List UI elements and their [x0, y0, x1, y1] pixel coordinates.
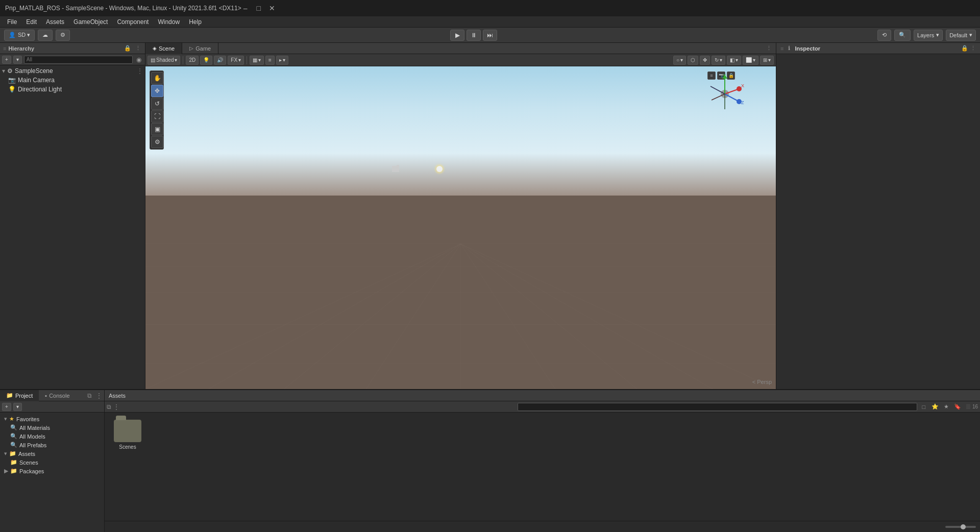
- tool-hand[interactable]: ✋: [151, 72, 163, 84]
- project-favorites-section[interactable]: ▾ ★ Favorites: [0, 415, 104, 423]
- scenes-folder-icon: 📁: [10, 459, 17, 466]
- scene-3d-viewport[interactable]: ✋ ✥ ↺ ⛶ ▣ ⚙ ≡ 📷 🔒: [145, 66, 776, 389]
- assets-title: Assets: [109, 393, 126, 399]
- maximize-button[interactable]: □: [255, 4, 263, 12]
- project-scenes-folder[interactable]: 📁 Scenes: [0, 458, 104, 467]
- scene-audio-btn[interactable]: 🔊: [214, 56, 226, 65]
- tab-scene[interactable]: ◈ Scene: [145, 43, 182, 54]
- scene-shaded-btn[interactable]: ▤ Shaded ▾: [148, 56, 180, 65]
- project-add-button[interactable]: +: [2, 403, 11, 411]
- menu-assets[interactable]: Assets: [42, 17, 68, 27]
- project-packages-section[interactable]: ▶ 📁 Packages: [0, 467, 104, 475]
- minimize-button[interactable]: –: [241, 4, 250, 12]
- project-all-materials[interactable]: 🔍 All Materials: [0, 423, 104, 432]
- menu-component[interactable]: Component: [113, 17, 153, 27]
- project-more-icon[interactable]: ⋮: [94, 392, 104, 399]
- fx-label: FX: [231, 57, 237, 63]
- project-all-models[interactable]: 🔍 All Models: [0, 432, 104, 441]
- hierarchy-item-directional-light[interactable]: 💡 Directional Light: [0, 85, 145, 94]
- scene-light-btn[interactable]: 💡: [200, 56, 212, 65]
- play-button[interactable]: ▶: [450, 30, 464, 41]
- menu-help[interactable]: Help: [185, 17, 206, 27]
- hierarchy-lock-icon[interactable]: 🔒: [124, 44, 132, 53]
- tool-move[interactable]: ✥: [151, 85, 163, 97]
- scene-move-btn[interactable]: ✥: [700, 56, 710, 65]
- shaded-label: Shaded: [156, 57, 174, 63]
- tool-scale[interactable]: ⛶: [151, 110, 163, 123]
- default-label: Default: [949, 32, 967, 38]
- assets-tag-icon[interactable]: 🔖: [953, 402, 962, 412]
- hierarchy-more-icon[interactable]: ⋮: [134, 44, 142, 53]
- hierarchy-title: Hierarchy: [8, 45, 121, 52]
- inspector-content: [776, 54, 980, 389]
- tool-rect[interactable]: ▣: [151, 123, 163, 135]
- assets-zoom-slider[interactable]: [945, 526, 976, 528]
- project-expand-btn[interactable]: ▾: [13, 403, 22, 411]
- scene-perspective-btn[interactable]: ⬡: [688, 56, 698, 65]
- scene-rotate-tool-btn[interactable]: ↻ ▾: [712, 56, 725, 65]
- scene-fx-btn[interactable]: FX ▾: [228, 56, 244, 65]
- step-button[interactable]: ⏭: [483, 30, 497, 41]
- hierarchy-item-main-camera[interactable]: 📷 Main Camera: [0, 76, 145, 85]
- menu-gameobject[interactable]: GameObject: [69, 17, 112, 27]
- menu-window[interactable]: Window: [154, 17, 184, 27]
- asset-scenes-folder[interactable]: Scenes: [110, 418, 145, 452]
- tool-transform[interactable]: ⚙: [151, 136, 163, 148]
- viewport-area: ◈ Scene ▷ Game ⋮ ▤ Shaded ▾: [145, 43, 776, 389]
- scene-more-icon[interactable]: ⋮: [137, 67, 143, 75]
- assets-scrollbar-area: [105, 521, 980, 532]
- scene-camera-mode-btn[interactable]: ⬜ ▾: [743, 56, 758, 65]
- menu-file[interactable]: File: [3, 17, 21, 27]
- grid-icon: ▦: [253, 57, 257, 63]
- scene-xyz-btn[interactable]: ⊞ ▾: [760, 56, 774, 65]
- fx-chevron-icon: ▾: [238, 57, 241, 63]
- inspector-lock-icon[interactable]: 🔒: [961, 45, 968, 52]
- assets-panel: Assets ⧉ ⋮ □ ⭐ ★ 🔖 𝄚 16 Scene: [105, 390, 980, 532]
- viewport-more-icon[interactable]: ⋮: [765, 44, 773, 53]
- hierarchy-scene-root[interactable]: ▾ ⚙ SampleScene ⋮: [0, 66, 145, 76]
- render-chevron: ▾: [736, 57, 738, 63]
- tab-console[interactable]: ▪ Console: [39, 390, 76, 401]
- cloud-button[interactable]: ☁: [38, 30, 53, 41]
- hierarchy-add-button[interactable]: +: [2, 56, 11, 64]
- layers-dropdown[interactable]: Layers ▾: [914, 30, 943, 41]
- account-button[interactable]: 👤 SD ▾: [4, 30, 35, 41]
- inspector-more-icon[interactable]: ⋮: [970, 45, 976, 52]
- close-button[interactable]: ✕: [268, 4, 276, 12]
- project-assets-section[interactable]: ▾ 📁 Assets: [0, 449, 104, 458]
- default-dropdown[interactable]: Default ▾: [946, 30, 976, 41]
- history-button[interactable]: ⟲: [877, 30, 891, 41]
- assets-more-icon[interactable]: ⋮: [113, 403, 119, 410]
- assets-star-icon[interactable]: ★: [942, 402, 951, 412]
- default-chevron-icon: ▾: [969, 32, 972, 38]
- scene-sphere-btn[interactable]: ○ ▾: [673, 56, 686, 65]
- menu-edit[interactable]: Edit: [22, 17, 41, 27]
- tool-rotate[interactable]: ↺: [151, 98, 163, 110]
- assets-float-icon[interactable]: ⧉: [107, 403, 111, 410]
- collab-button[interactable]: ⚙: [56, 30, 70, 41]
- scene-menu-btn[interactable]: ≡: [265, 56, 275, 65]
- hierarchy-search-input[interactable]: [24, 56, 133, 64]
- assets-filter-icon[interactable]: ⭐: [930, 402, 940, 412]
- inspector-panel: ≡ ℹ Inspector 🔒 ⋮: [776, 43, 980, 389]
- hierarchy-filter-icon[interactable]: ◉: [135, 56, 143, 64]
- project-all-prefabs[interactable]: 🔍 All Prefabs: [0, 441, 104, 449]
- pause-button[interactable]: ⏸: [467, 30, 481, 41]
- project-float-icon[interactable]: ⧉: [85, 392, 94, 399]
- tab-game[interactable]: ▷ Game: [182, 43, 218, 54]
- scene-render-btn[interactable]: ◧ ▾: [727, 56, 741, 65]
- tab-project[interactable]: 📁 Project: [0, 390, 39, 401]
- scene-2d-btn[interactable]: 2D: [186, 56, 199, 65]
- scene-mode-btn[interactable]: ▸ ▾: [276, 56, 288, 65]
- assets-breadcrumb: Assets: [109, 393, 126, 399]
- zoom-thumb[interactable]: [961, 524, 966, 529]
- scene-gizmo[interactable]: X Y Z: [704, 74, 745, 114]
- hierarchy-expand-btn[interactable]: ▾: [13, 56, 22, 64]
- assets-view-icon[interactable]: □: [919, 402, 928, 412]
- layers-chevron-icon: ▾: [936, 32, 939, 38]
- zoom-track[interactable]: [945, 526, 976, 528]
- favorites-expand-icon: ▾: [4, 416, 7, 422]
- assets-search-input[interactable]: [518, 403, 917, 411]
- search-button[interactable]: 🔍: [894, 30, 911, 41]
- scene-grid-btn[interactable]: ▦ ▾: [250, 56, 264, 65]
